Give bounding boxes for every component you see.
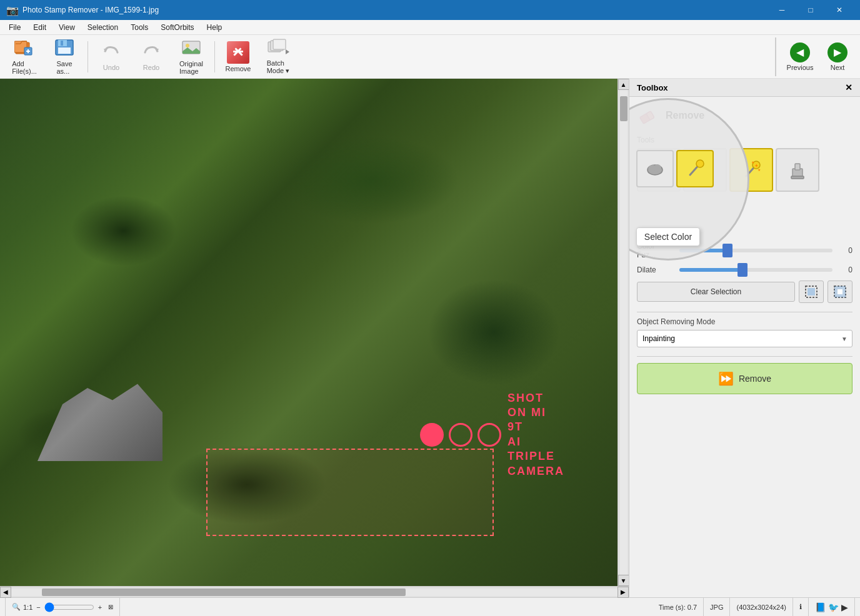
toolbox-close-button[interactable]: ✕ bbox=[845, 82, 852, 92]
svg-rect-18 bbox=[273, 39, 286, 49]
vertical-scrollbar[interactable]: ▲ ▼ bbox=[618, 79, 629, 586]
redo-label: Redo bbox=[143, 64, 159, 71]
menu-file[interactable]: File bbox=[2, 22, 27, 33]
svg-rect-46 bbox=[838, 289, 842, 294]
dilate-value: 0 bbox=[838, 266, 852, 274]
remove-eraser-icon bbox=[637, 104, 659, 127]
save-as-button[interactable]: Saveas... bbox=[45, 37, 84, 76]
format-label: JPG bbox=[710, 604, 723, 611]
undo-button[interactable]: Undo bbox=[92, 37, 131, 76]
horizontal-scrollbar[interactable]: ◀ ▶ bbox=[0, 586, 629, 597]
circle-outline-1 bbox=[449, 423, 472, 447]
social-icon-1[interactable]: 📘 bbox=[815, 602, 826, 612]
title-bar: 📷 Photo Stamp Remover - IMG_1599-1.jpg ─… bbox=[0, 0, 860, 20]
main-content: SHOT ON MI 9TAI TRIPLE CAMERA ▲ ▼ bbox=[0, 79, 860, 597]
add-files-button[interactable]: AddFile(s)... bbox=[5, 37, 44, 76]
clear-selection-button[interactable]: Clear Selection bbox=[637, 282, 795, 302]
status-info-section: ℹ bbox=[793, 598, 809, 616]
undo-icon bbox=[101, 42, 121, 62]
object-removing-mode-section: Object Removing Mode Inpainting Smart Fi… bbox=[637, 317, 852, 347]
close-button[interactable]: ✕ bbox=[825, 0, 854, 20]
v-scroll-track[interactable] bbox=[620, 90, 628, 575]
stamp-tool-button[interactable] bbox=[776, 148, 819, 192]
dilate-track[interactable] bbox=[679, 268, 832, 272]
dilate-label: Dilate bbox=[637, 266, 674, 274]
next-arrow-icon: ▶ bbox=[828, 42, 848, 62]
status-format-section: JPG bbox=[704, 598, 730, 616]
remove-label: Remove bbox=[226, 65, 251, 72]
original-image-button[interactable]: OriginalImage bbox=[172, 37, 211, 76]
social-icon-2[interactable]: 🐦 bbox=[828, 602, 839, 612]
pencil-tool-button[interactable] bbox=[637, 148, 681, 192]
remove-action-arrow-icon: ⏩ bbox=[718, 371, 734, 386]
svg-marker-19 bbox=[286, 49, 289, 54]
zoom-minus-button[interactable]: − bbox=[35, 604, 41, 611]
h-scroll-left-button[interactable]: ◀ bbox=[0, 587, 11, 598]
circle-filled bbox=[420, 423, 444, 447]
tools-grid: ✦ ★ ★ bbox=[637, 148, 852, 192]
previous-label: Previous bbox=[787, 64, 814, 71]
remove-button[interactable]: Remove bbox=[219, 37, 258, 76]
social-icon-youtube[interactable]: ▶ bbox=[841, 602, 848, 612]
canvas-area[interactable]: SHOT ON MI 9TAI TRIPLE CAMERA bbox=[0, 79, 618, 586]
menu-view[interactable]: View bbox=[52, 22, 81, 33]
menu-edit[interactable]: Edit bbox=[27, 22, 52, 33]
toolbox-separator-2 bbox=[637, 356, 852, 357]
v-scroll-down-button[interactable]: ▼ bbox=[618, 575, 629, 586]
next-label: Next bbox=[831, 64, 845, 71]
circle-outline-2 bbox=[478, 423, 501, 447]
toolbox-header: Toolbox ✕ bbox=[629, 79, 860, 97]
minimize-button[interactable]: ─ bbox=[768, 0, 796, 20]
maximize-button[interactable]: □ bbox=[796, 0, 825, 20]
remove-action-button[interactable]: ⏩ Remove bbox=[637, 363, 852, 394]
color-fuzz-thumb[interactable] bbox=[722, 244, 732, 257]
remove-icon bbox=[227, 41, 249, 64]
dilate-row: Dilate 0 bbox=[637, 266, 852, 274]
selection-rectangle: SHOT ON MI 9TAI TRIPLE CAMERA bbox=[206, 449, 494, 536]
mode-select[interactable]: Inpainting Smart Fill Texture Synthesis bbox=[637, 330, 852, 347]
h-scroll-thumb[interactable] bbox=[42, 589, 406, 596]
svg-rect-43 bbox=[808, 288, 815, 296]
color-fuzz-label: Color Fuz... bbox=[637, 242, 674, 259]
dilate-thumb[interactable] bbox=[738, 263, 748, 277]
time-label: Time (s): 0.7 bbox=[659, 604, 697, 611]
v-scroll-up-button[interactable]: ▲ bbox=[618, 79, 629, 90]
previous-button[interactable]: ◀ Previous bbox=[782, 37, 818, 76]
dimensions-label: (4032x3024x24) bbox=[736, 604, 786, 611]
menu-tools[interactable]: Tools bbox=[124, 22, 154, 33]
menu-softorbits[interactable]: SoftOrbits bbox=[154, 22, 200, 33]
status-bar: 🔍 1:1 − + ⊠ Time (s): 0.7 JPG (4032x3024… bbox=[0, 597, 860, 616]
status-zoom-section: 🔍 1:1 − + ⊠ bbox=[5, 598, 120, 616]
svg-point-27 bbox=[702, 165, 708, 171]
window-controls: ─ □ ✕ bbox=[768, 0, 854, 20]
color-fuzz-track[interactable] bbox=[679, 249, 832, 252]
add-files-icon bbox=[14, 39, 34, 59]
rock-formation bbox=[38, 380, 162, 461]
invert-selection-icon-button[interactable] bbox=[828, 281, 852, 303]
zoom-plus-button[interactable]: + bbox=[97, 604, 103, 611]
remove-header: Remove bbox=[637, 104, 852, 127]
redo-button[interactable]: Redo bbox=[132, 37, 171, 76]
select-all-icon-button[interactable] bbox=[799, 281, 824, 303]
cloud-eraser-tool-button[interactable] bbox=[683, 148, 727, 192]
mode-select-wrapper: Inpainting Smart Fill Texture Synthesis bbox=[637, 330, 852, 347]
next-button[interactable]: ▶ Next bbox=[820, 37, 855, 76]
magic-wand-tool-button[interactable]: ✦ ★ ★ bbox=[729, 148, 773, 192]
redo-icon bbox=[141, 42, 161, 62]
info-icon[interactable]: ℹ bbox=[799, 603, 802, 611]
zoom-slider[interactable] bbox=[44, 602, 94, 612]
app-icon: 📷 bbox=[6, 4, 19, 16]
h-scroll-right-button[interactable]: ▶ bbox=[618, 587, 629, 598]
window-title: Photo Stamp Remover - IMG_1599-1.jpg bbox=[22, 6, 768, 14]
canvas-container: SHOT ON MI 9TAI TRIPLE CAMERA ▲ ▼ bbox=[0, 79, 629, 597]
status-dimensions-section: (4032x3024x24) bbox=[730, 598, 793, 616]
h-scroll-track[interactable] bbox=[11, 589, 618, 596]
v-scroll-thumb[interactable] bbox=[620, 96, 628, 121]
tools-grid-wrapper: ✦ ★ ★ bbox=[637, 148, 852, 192]
svg-rect-36 bbox=[791, 176, 804, 179]
menu-help[interactable]: Help bbox=[201, 22, 229, 33]
batch-mode-button[interactable]: BatchMode ▾ bbox=[259, 37, 298, 76]
menu-selection[interactable]: Selection bbox=[81, 22, 124, 33]
actual-size-icon: ⊠ bbox=[108, 604, 113, 610]
save-as-label: Saveas... bbox=[56, 60, 72, 75]
